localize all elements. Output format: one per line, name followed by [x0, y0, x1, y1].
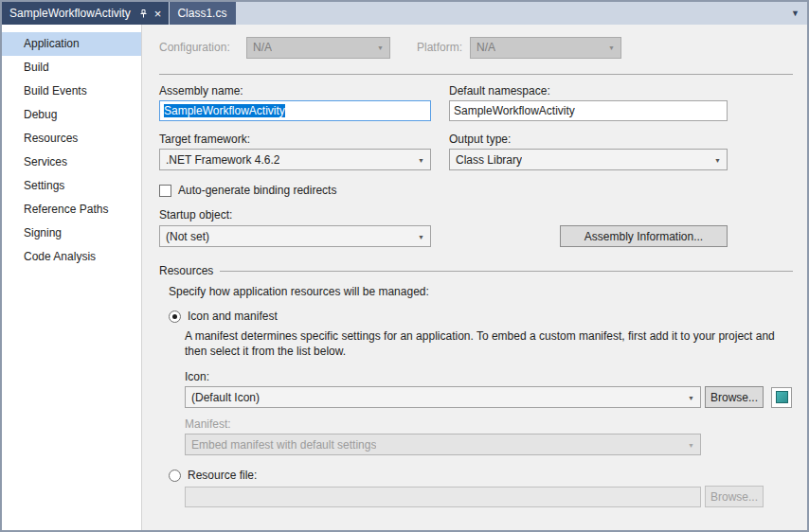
- output-type-value: Class Library: [456, 153, 522, 167]
- sidebar-item-build-events[interactable]: Build Events: [2, 80, 141, 103]
- startup-object-label: Startup object:: [159, 208, 793, 222]
- sidebar-item-settings[interactable]: Settings: [2, 174, 141, 198]
- application-settings-panel: Configuration: N/A ▼ Platform: N/A ▼ Ass…: [142, 25, 807, 530]
- tab-title: Class1.cs: [177, 7, 226, 20]
- icon-select[interactable]: (Default Icon) ▼: [185, 386, 701, 408]
- section-divider: [220, 271, 793, 272]
- startup-object-select[interactable]: (Not set) ▼: [159, 225, 431, 247]
- platform-select: N/A ▼: [470, 37, 621, 59]
- radio-selected-icon: [169, 310, 181, 323]
- sidebar-item-application[interactable]: Application: [2, 32, 141, 56]
- manifest-select: Embed manifest with default settings ▼: [185, 434, 701, 455]
- target-framework-value: .NET Framework 4.6.2: [166, 153, 279, 167]
- configuration-value: N/A: [253, 41, 272, 54]
- target-framework-select[interactable]: .NET Framework 4.6.2 ▼: [159, 149, 431, 170]
- platform-label: Platform:: [417, 41, 470, 54]
- target-framework-label: Target framework:: [159, 133, 431, 146]
- startup-object-value: (Not set): [166, 230, 209, 243]
- sidebar-item-build[interactable]: Build: [2, 56, 141, 80]
- pin-icon[interactable]: [138, 9, 149, 19]
- default-namespace-value: SampleWorkflowActivity: [454, 104, 575, 117]
- visual-studio-project-properties-window: SampleWorkflowActivity × Class1.cs ▼ App…: [0, 0, 809, 532]
- icon-preview-button[interactable]: [771, 387, 792, 408]
- icon-browse-button[interactable]: Browse...: [705, 386, 764, 408]
- default-icon-thumbnail: [776, 391, 788, 403]
- sidebar-item-resources[interactable]: Resources: [2, 127, 141, 151]
- tab-overflow-dropdown-icon[interactable]: ▼: [791, 9, 800, 18]
- assembly-name-input[interactable]: SampleWorkflowActivity: [159, 100, 431, 121]
- resource-file-label: Resource file:: [188, 469, 257, 482]
- tab-class1cs[interactable]: Class1.cs: [170, 2, 236, 25]
- resources-description: Specify how application resources will b…: [169, 285, 793, 298]
- resources-section-title: Resources: [159, 264, 213, 277]
- properties-sidebar: Application Build Build Events Debug Res…: [2, 25, 142, 530]
- chevron-down-icon: ▼: [418, 233, 424, 239]
- tab-sampleworkflowactivity[interactable]: SampleWorkflowActivity ×: [2, 2, 169, 25]
- default-namespace-label: Default namespace:: [449, 84, 728, 98]
- configuration-row: Configuration: N/A ▼ Platform: N/A ▼: [159, 36, 793, 59]
- chevron-down-icon: ▼: [608, 44, 615, 51]
- chevron-down-icon: ▼: [418, 156, 424, 163]
- platform-value: N/A: [476, 41, 495, 54]
- document-tab-bar: SampleWorkflowActivity × Class1.cs ▼: [2, 2, 807, 25]
- resource-file-browse-button: Browse...: [705, 486, 764, 507]
- sidebar-item-debug[interactable]: Debug: [2, 103, 141, 127]
- sidebar-item-signing[interactable]: Signing: [2, 222, 141, 245]
- resources-section-header: Resources: [159, 264, 793, 277]
- resource-file-radio[interactable]: Resource file:: [169, 469, 793, 482]
- assembly-information-button[interactable]: Assembly Information...: [560, 225, 728, 247]
- output-type-select[interactable]: Class Library ▼: [449, 149, 728, 170]
- icon-value: (Default Icon): [191, 391, 260, 404]
- auto-generate-binding-redirects-checkbox[interactable]: Auto-generate binding redirects: [159, 184, 793, 197]
- default-namespace-input[interactable]: SampleWorkflowActivity: [449, 100, 728, 121]
- sidebar-item-services[interactable]: Services: [2, 151, 141, 174]
- manifest-value: Embed manifest with default settings: [191, 438, 376, 452]
- manifest-help-text: A manifest determines specific settings …: [185, 328, 799, 359]
- icon-label: Icon:: [185, 370, 793, 383]
- close-icon[interactable]: ×: [154, 8, 162, 20]
- chevron-down-icon: ▼: [688, 441, 694, 448]
- manifest-label: Manifest:: [185, 417, 793, 431]
- icon-and-manifest-label: Icon and manifest: [188, 310, 278, 323]
- configuration-select: N/A ▼: [246, 37, 390, 59]
- section-divider: [159, 74, 793, 75]
- assembly-name-label: Assembly name:: [159, 84, 431, 98]
- sidebar-item-code-analysis[interactable]: Code Analysis: [2, 245, 141, 269]
- tab-title: SampleWorkflowActivity: [9, 7, 131, 20]
- resource-file-input: [185, 487, 701, 507]
- output-type-label: Output type:: [449, 133, 728, 146]
- configuration-label: Configuration:: [159, 41, 246, 54]
- icon-and-manifest-radio[interactable]: Icon and manifest: [169, 310, 793, 323]
- chevron-down-icon: ▼: [714, 156, 721, 163]
- assembly-name-value: SampleWorkflowActivity: [164, 104, 285, 117]
- sidebar-item-reference-paths[interactable]: Reference Paths: [2, 198, 141, 222]
- chevron-down-icon: ▼: [688, 394, 694, 400]
- chevron-down-icon: ▼: [377, 44, 384, 51]
- checkbox-icon: [159, 185, 171, 197]
- auto-generate-binding-redirects-label: Auto-generate binding redirects: [178, 184, 336, 197]
- radio-unselected-icon: [169, 470, 181, 482]
